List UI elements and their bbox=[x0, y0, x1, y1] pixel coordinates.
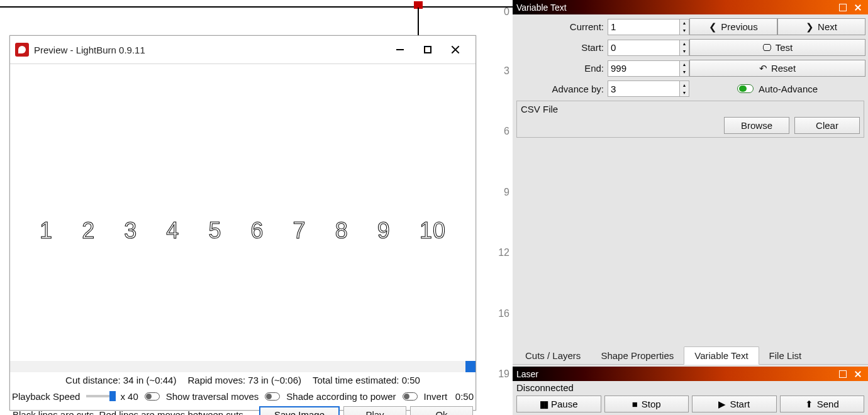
chevron-left-icon: ❮ bbox=[709, 21, 717, 33]
shade-power-toggle[interactable] bbox=[265, 392, 280, 401]
auto-advance-toggle[interactable] bbox=[737, 84, 754, 93]
test-label: Test bbox=[776, 42, 793, 53]
undo-arrow-icon: ↶ bbox=[759, 63, 767, 74]
ruler-tick: 19 bbox=[39, 0, 50, 1]
shade-power-label: Shade according to power bbox=[286, 391, 396, 402]
clear-button[interactable]: Clear bbox=[794, 117, 860, 134]
minimize-button[interactable] bbox=[386, 36, 414, 64]
end-label: End: bbox=[516, 63, 608, 74]
footer-row: Black lines are cuts, Red lines are move… bbox=[10, 404, 476, 415]
pause-button[interactable]: ▮▮ Pause bbox=[516, 396, 601, 412]
previous-label: Previous bbox=[721, 21, 757, 32]
panel-close-icon[interactable] bbox=[852, 3, 864, 13]
scrollbar-thumb[interactable] bbox=[465, 361, 476, 372]
window-title: Preview - LightBurn 0.9.11 bbox=[34, 45, 386, 55]
preview-glyph: 3 bbox=[124, 218, 137, 244]
auto-advance-label: Auto-Advance bbox=[759, 84, 818, 94]
laser-panel-header[interactable]: Laser bbox=[513, 367, 868, 381]
stop-button[interactable]: ■ Stop bbox=[604, 396, 689, 412]
start-input[interactable] bbox=[608, 42, 679, 53]
ruler-tick: 19 bbox=[498, 368, 509, 380]
playback-multiplier: x 40 bbox=[120, 391, 138, 402]
tab-shape-properties[interactable]: Shape Properties bbox=[591, 347, 684, 364]
close-button[interactable] bbox=[442, 36, 469, 64]
preview-content: 1 2 3 4 5 6 7 8 9 10 bbox=[10, 218, 476, 244]
maximize-button[interactable] bbox=[414, 36, 442, 64]
advance-input[interactable] bbox=[608, 84, 679, 94]
ruler-tick: 12 bbox=[170, 0, 181, 1]
show-traversal-toggle[interactable] bbox=[145, 392, 160, 401]
ruler-tick: 6 bbox=[296, 0, 302, 1]
advance-spinbox[interactable]: ▲▼ bbox=[608, 80, 689, 97]
spin-up-icon[interactable]: ▲ bbox=[680, 19, 689, 27]
start-label: Start: bbox=[516, 42, 608, 53]
send-button[interactable]: ⬆ Send bbox=[780, 396, 865, 412]
start-spinbox[interactable]: ▲▼ bbox=[608, 40, 689, 56]
preview-glyph: 5 bbox=[208, 218, 221, 244]
panel-title: Variable Text bbox=[516, 3, 567, 13]
spin-down-icon[interactable]: ▼ bbox=[680, 48, 689, 55]
previous-button[interactable]: ❮ Previous bbox=[689, 18, 777, 35]
spin-up-icon[interactable]: ▲ bbox=[680, 61, 689, 69]
spin-up-icon[interactable]: ▲ bbox=[680, 40, 689, 48]
spin-down-icon[interactable]: ▼ bbox=[680, 69, 689, 76]
cut-distance-label: Cut distance: 34 in (~0:44) bbox=[65, 375, 176, 385]
next-label: Next bbox=[818, 21, 837, 32]
preview-glyph: 1 bbox=[40, 218, 53, 244]
spin-up-icon[interactable]: ▲ bbox=[680, 81, 689, 89]
next-button[interactable]: ❯ Next bbox=[777, 18, 865, 35]
current-input[interactable] bbox=[608, 21, 679, 32]
ruler-tick: 9 bbox=[235, 0, 240, 1]
reset-button[interactable]: ↶ Reset bbox=[689, 60, 865, 77]
panel-maximize-icon[interactable] bbox=[837, 369, 849, 379]
pause-label: Pause bbox=[551, 399, 578, 409]
horizontal-scrollbar[interactable] bbox=[10, 361, 476, 372]
tab-file-list[interactable]: File List bbox=[759, 347, 812, 364]
preview-canvas[interactable]: 1 2 3 4 5 6 7 8 9 10 bbox=[10, 64, 476, 372]
panel-maximize-icon[interactable] bbox=[837, 3, 849, 13]
end-input[interactable] bbox=[608, 63, 679, 74]
save-image-button[interactable]: Save Image bbox=[259, 406, 340, 415]
preview-glyph: 2 bbox=[82, 218, 95, 244]
preview-glyph: 9 bbox=[377, 218, 391, 244]
controls-row: Playback Speed x 40 Show traversal moves… bbox=[10, 388, 476, 404]
laser-panel: Laser Disconnected ▮▮ Pause ■ Stop ▶ Sta… bbox=[513, 367, 868, 415]
current-label: Current: bbox=[516, 21, 608, 32]
tab-variable-text[interactable]: Variable Text bbox=[684, 346, 759, 365]
start-label: Start bbox=[730, 399, 750, 409]
playback-speed-label: Playback Speed bbox=[12, 391, 80, 402]
preview-glyph: 7 bbox=[293, 218, 306, 244]
play-icon: ▶ bbox=[718, 399, 726, 410]
ruler-tick: 12 bbox=[498, 247, 509, 258]
play-button[interactable]: Play bbox=[343, 406, 406, 415]
horizontal-ruler: 19 16 12 9 6 3 0 -3 bbox=[0, 0, 513, 8]
variable-text-panel-header[interactable]: Variable Text bbox=[513, 0, 868, 14]
browse-button[interactable]: Browse bbox=[724, 117, 789, 134]
show-traversal-label: Show traversal moves bbox=[166, 391, 259, 402]
panel-close-icon[interactable] bbox=[852, 369, 864, 379]
playback-speed-slider[interactable] bbox=[86, 395, 114, 397]
ruler-tick: -3 bbox=[477, 0, 486, 1]
right-tabs: Cuts / Layers Shape Properties Variable … bbox=[513, 346, 868, 365]
invert-toggle[interactable] bbox=[403, 392, 418, 401]
ok-button[interactable]: Ok bbox=[410, 406, 473, 415]
preview-glyph: 6 bbox=[251, 218, 264, 244]
stats-row: Cut distance: 34 in (~0:44) Rapid moves:… bbox=[10, 372, 476, 388]
upload-icon: ⬆ bbox=[805, 399, 813, 410]
spin-down-icon[interactable]: ▼ bbox=[680, 89, 689, 96]
pause-icon: ▮▮ bbox=[540, 399, 547, 410]
csv-file-group: CSV File Browse Clear bbox=[516, 101, 864, 138]
end-spinbox[interactable]: ▲▼ bbox=[608, 60, 689, 77]
start-button[interactable]: ▶ Start bbox=[692, 396, 777, 412]
invert-label: Invert bbox=[424, 391, 448, 402]
current-spinbox[interactable]: ▲▼ bbox=[608, 19, 689, 35]
right-panel-area: Variable Text Current: ▲▼ ❮ Previous ❯ N… bbox=[513, 0, 868, 415]
rapid-moves-label: Rapid moves: 73 in (~0:06) bbox=[187, 375, 301, 385]
test-button[interactable]: 🖵 Test bbox=[689, 39, 865, 56]
spin-down-icon[interactable]: ▼ bbox=[680, 27, 689, 35]
titlebar[interactable]: Preview - LightBurn 0.9.11 bbox=[10, 36, 476, 64]
tab-cuts-layers[interactable]: Cuts / Layers bbox=[515, 347, 591, 364]
ruler-tick: 3 bbox=[504, 65, 509, 77]
preview-glyph: 8 bbox=[335, 218, 348, 244]
ruler-tick: 16 bbox=[99, 0, 111, 1]
